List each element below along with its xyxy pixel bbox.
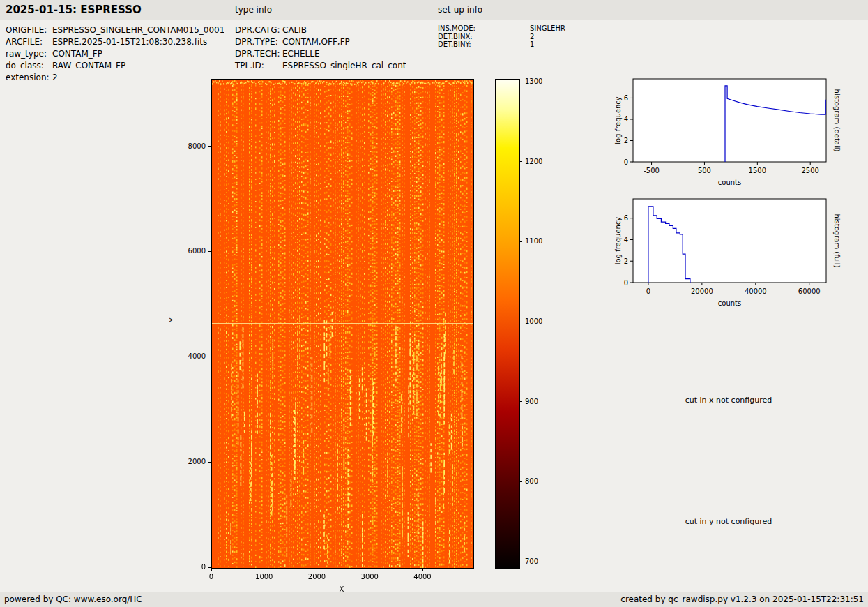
cut-x-message: cut in x not configured	[648, 396, 809, 405]
field-value: 1	[530, 40, 534, 48]
colorbar-tick-label: 1300	[525, 77, 549, 86]
page-title: 2025-01-15: ESPRESSO	[6, 3, 142, 16]
x-tick-label: 1000	[250, 573, 278, 581]
file-info-row: raw_type:CONTAM_FP	[6, 49, 224, 61]
plot-frame	[633, 79, 826, 162]
y-tick-label: 8000	[175, 142, 206, 151]
x-tick-label: 2500	[802, 167, 819, 174]
y-axis-label: Y	[169, 317, 176, 322]
colorbar-tickmark	[519, 241, 522, 242]
field-value: ESPRE.2025-01-15T21:08:30.238.fits	[52, 37, 207, 47]
footer-created-by: created by qc_rawdisp.py v1.2.3 on 2025-…	[620, 594, 864, 604]
x-tickmark	[370, 568, 370, 571]
field-label: DET.BINY:	[438, 40, 530, 48]
file-info-row: extension:2	[6, 73, 224, 84]
footer-bar: powered by QC: www.eso.org/HC created by…	[0, 592, 868, 607]
field-label: DPR.CATG:	[235, 25, 282, 35]
field-value: CONTAM_FP	[52, 49, 102, 59]
field-label: ORIGFILE:	[6, 25, 52, 35]
file-info-row: ARCFILE:ESPRE.2025-01-15T21:08:30.238.fi…	[6, 37, 224, 49]
type-info-row: DPR.TYPE:CONTAM,OFF,FP	[235, 37, 406, 49]
y-tick-label: 0	[624, 279, 628, 287]
x-tick-label: 2000	[303, 573, 331, 581]
raw-image-plot	[211, 79, 474, 569]
field-label: extension:	[6, 73, 52, 82]
y-axis-label: log frequency	[614, 217, 622, 265]
colorbar-tick-label: 900	[525, 398, 549, 406]
field-value: ESPRESSO_SINGLEHR_CONTAM015_0001	[52, 25, 224, 35]
x-tickmark	[422, 568, 423, 571]
setup-info-row: DET.BINX:2	[438, 33, 565, 41]
y-tick-label: 2	[624, 137, 628, 144]
y-tick-label: 4000	[175, 352, 206, 361]
type-info-row: TPL.ID:ESPRESSO_singleHR_cal_cont	[235, 61, 406, 73]
x-axis-label: counts	[718, 299, 741, 307]
x-tick-label: 40000	[745, 287, 767, 295]
field-value: CONTAM,OFF,FP	[282, 37, 350, 47]
setup-info-row: DET.BINY:1	[438, 40, 565, 49]
setup-info-row: INS.MODE:SINGLEHR	[438, 24, 565, 33]
type-info-block: DPR.CATG:CALIB DPR.TYPE:CONTAM,OFF,FP DP…	[235, 25, 406, 73]
y-tick-label: 4	[624, 115, 628, 123]
raw-image-canvas	[212, 80, 473, 568]
file-info-row: ORIGFILE:ESPRESSO_SINGLEHR_CONTAM015_000…	[6, 25, 224, 37]
y-tick-label: 2	[624, 257, 628, 265]
colorbar-tickmark	[519, 161, 522, 162]
field-label: INS.MODE:	[438, 24, 530, 32]
x-tickmark	[317, 568, 317, 571]
x-tick-label: -500	[644, 167, 660, 174]
colorbar-tickmark	[519, 322, 522, 322]
y-tick-label: 6	[624, 94, 628, 102]
colorbar-tickmark	[519, 401, 522, 402]
colorbar	[495, 79, 520, 569]
setup-info-block: INS.MODE:SINGLEHR DET.BINX:2 DET.BINY:1	[438, 24, 565, 49]
right-axis-label: histogram (detail)	[833, 89, 841, 152]
cut-y-message: cut in y not configured	[648, 517, 809, 526]
type-info-heading: type info	[235, 5, 272, 15]
field-label: DPR.TYPE:	[235, 37, 282, 47]
type-info-row: DPR.TECH:ECHELLE	[235, 49, 406, 61]
y-tick-label: 0	[624, 158, 628, 166]
field-value: 2	[530, 33, 534, 40]
field-value: ECHELLE	[282, 49, 320, 59]
field-value: ESPRESSO_singleHR_cal_cont	[282, 61, 406, 70]
field-label: ARCFILE:	[6, 37, 52, 47]
field-label: DPR.TECH:	[235, 49, 282, 59]
y-tick-label: 6	[624, 214, 628, 222]
field-value: SINGLEHR	[530, 24, 565, 32]
x-tick-label: 500	[698, 167, 711, 174]
y-tickmark	[208, 567, 211, 568]
field-label: TPL.ID:	[235, 61, 282, 70]
type-info-row: DPR.CATG:CALIB	[235, 25, 406, 37]
histogram-full-chart: 02000040000600000246log frequencyhistogr…	[595, 192, 846, 312]
x-tick-label: 20000	[691, 287, 713, 295]
y-tickmark	[208, 146, 211, 147]
field-label: do_class:	[6, 61, 52, 70]
y-tickmark	[208, 251, 211, 252]
file-info-row: do_class:RAW_CONTAM_FP	[6, 61, 224, 73]
field-label: DET.BINX:	[438, 33, 530, 40]
y-tick-label: 4	[624, 236, 628, 243]
colorbar-tickmark	[519, 562, 522, 562]
colorbar-tick-label: 700	[525, 557, 549, 566]
x-tick-label: 0	[197, 573, 225, 581]
y-tick-label: 6000	[175, 247, 206, 255]
plot-frame	[633, 199, 826, 283]
y-tickmark	[208, 462, 211, 463]
colorbar-tick-label: 1200	[525, 158, 549, 166]
x-tickmark	[264, 568, 264, 571]
histogram-detail-chart: -500500150025000246log frequencyhistogra…	[595, 72, 846, 189]
x-tickmark	[211, 568, 212, 571]
x-tick-label: 4000	[409, 573, 436, 581]
y-tickmark	[208, 357, 211, 357]
colorbar-tick-label: 1000	[525, 317, 549, 326]
right-axis-label: histogram (full)	[833, 213, 841, 267]
y-tick-label: 0	[175, 563, 206, 571]
x-axis-label: counts	[718, 179, 741, 186]
x-tick-label: 0	[646, 287, 650, 295]
y-tick-label: 2000	[175, 458, 206, 466]
colorbar-tickmark	[519, 481, 522, 482]
y-axis-label: log frequency	[614, 96, 622, 144]
colorbar-tick-label: 1100	[525, 237, 549, 246]
field-value: RAW_CONTAM_FP	[52, 61, 125, 70]
